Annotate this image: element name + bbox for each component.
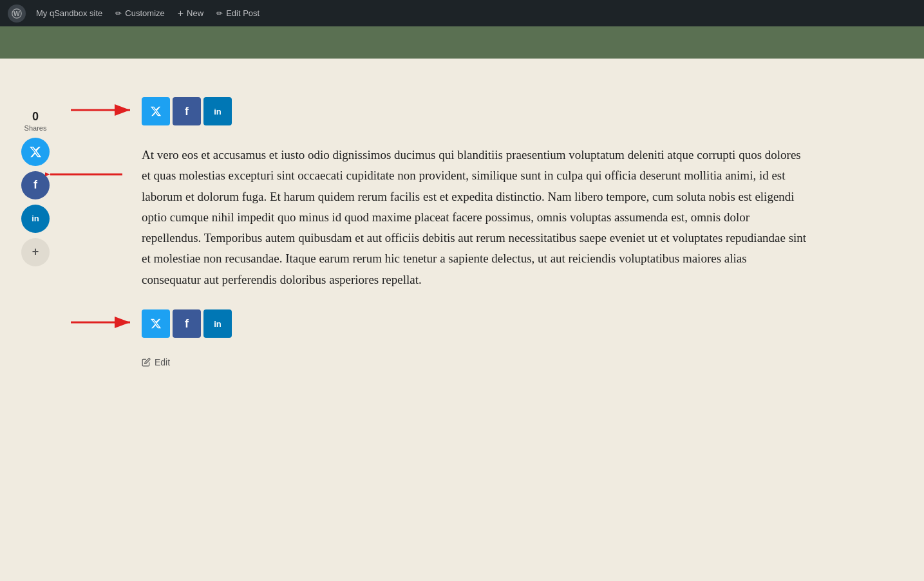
linkedin-sq-icon: in (214, 107, 222, 116)
wp-logo[interactable]: W (8, 5, 26, 23)
edit-post-icon: ✏ (216, 9, 223, 18)
sidebar-more-button[interactable]: + (21, 238, 50, 266)
facebook-icon: f (33, 178, 37, 192)
top-facebook-button[interactable]: f (173, 97, 201, 125)
top-share-buttons: f in (142, 97, 808, 125)
admin-bar-new[interactable]: + New (173, 0, 209, 26)
admin-bar-edit-post[interactable]: ✏ Edit Post (211, 0, 265, 26)
share-count: 0 Shares (24, 110, 47, 133)
sidebar-twitter-button[interactable] (21, 138, 50, 166)
bottom-arrow-annotation (71, 313, 135, 335)
admin-bar: W My qSandbox site ✏ Customize + New ✏ E… (0, 0, 924, 26)
bottom-share-buttons: f in (142, 309, 808, 338)
share-sidebar: 0 Shares f in + (13, 110, 58, 266)
linkedin-icon: in (32, 214, 39, 223)
admin-bar-site-name[interactable]: My qSandbox site (31, 0, 108, 26)
top-share-wrapper: f in (142, 97, 808, 125)
sidebar-facebook-button[interactable]: f (21, 171, 50, 199)
bottom-linkedin-button[interactable]: in (203, 309, 232, 338)
share-count-number: 0 (24, 110, 47, 124)
top-arrow-annotation (71, 100, 135, 122)
page-content: 0 Shares f in + (0, 59, 924, 581)
bottom-twitter-button[interactable] (142, 309, 170, 338)
edit-link-label: Edit (155, 357, 170, 367)
admin-bar-customize[interactable]: ✏ Customize (110, 0, 169, 26)
bottom-facebook-button[interactable]: f (173, 309, 201, 338)
edit-link[interactable]: Edit (142, 357, 808, 367)
top-linkedin-button[interactable]: in (203, 97, 232, 125)
facebook-sq-icon: f (185, 105, 189, 118)
customize-icon: ✏ (115, 9, 122, 18)
top-twitter-button[interactable] (142, 97, 170, 125)
more-icon: + (32, 245, 39, 259)
share-count-label: Shares (24, 124, 47, 133)
bottom-share-wrapper: f in (142, 309, 808, 338)
svg-text:W: W (14, 10, 20, 17)
linkedin-bottom-icon: in (214, 319, 222, 329)
hero-image (0, 26, 924, 59)
new-icon: + (178, 8, 184, 19)
sidebar-linkedin-button[interactable]: in (21, 205, 50, 233)
article-body: f in At vero eos et accusamus et iusto o… (142, 84, 808, 367)
article-paragraph: At vero eos et accusamus et iusto odio d… (142, 145, 808, 290)
facebook-bottom-icon: f (185, 317, 189, 331)
